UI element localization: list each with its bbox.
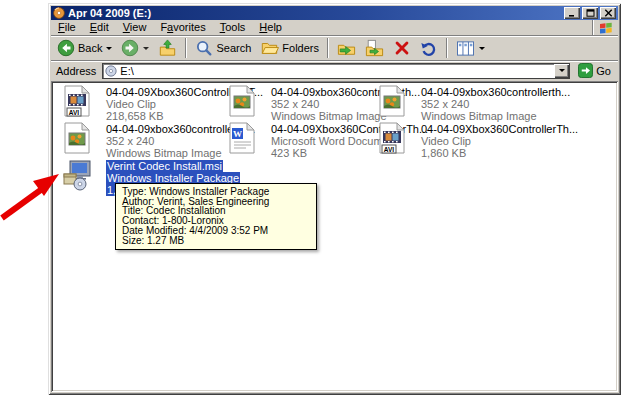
forward-icon [121, 39, 139, 57]
delete-button[interactable] [389, 37, 415, 59]
maximize-button[interactable] [582, 7, 598, 19]
copy-to-button[interactable] [361, 37, 388, 59]
msi-installer-icon [61, 159, 93, 191]
address-bar: Address Go [51, 60, 618, 80]
title-bar[interactable]: Apr 04 2009 (E:) [51, 6, 618, 20]
toolbar-separator [446, 38, 448, 58]
folders-icon [260, 39, 279, 57]
go-label: Go [596, 65, 611, 77]
up-folder-icon [158, 39, 177, 57]
file-tile[interactable]: AVI 04-04-09Xbox360ControllerKT... Video… [61, 85, 226, 122]
maximize-icon [586, 9, 595, 17]
copy-to-folder-icon [365, 39, 384, 57]
red-annotation-arrow [0, 168, 64, 222]
toolbar-separator [185, 38, 187, 58]
explorer-window: Apr 04 2009 (E:) File Edit View Favorite… [48, 3, 621, 395]
address-label: Address [54, 65, 98, 77]
go-button[interactable]: Go [574, 62, 615, 80]
minimize-button[interactable] [564, 7, 580, 19]
search-button[interactable]: Search [191, 37, 255, 59]
file-meta: Windows Bitmap Image [421, 110, 570, 122]
search-label: Search [216, 42, 251, 54]
forward-dropdown-icon[interactable] [143, 47, 149, 50]
menu-favorites[interactable]: Favorites [153, 20, 212, 35]
undo-icon [420, 39, 438, 57]
forward-button[interactable] [117, 37, 153, 59]
word-document-icon: W [226, 122, 258, 154]
file-tile[interactable]: W 04-04-09Xbox360ControllerTh... Microso… [226, 122, 376, 159]
file-meta: Video Clip [421, 135, 578, 147]
views-button[interactable] [452, 37, 489, 59]
back-icon [57, 39, 75, 57]
avi-file-icon: AVI [376, 122, 408, 154]
bitmap-file-icon [226, 85, 258, 117]
menu-tools[interactable]: Tools [213, 20, 253, 35]
file-info-tooltip: Type: Windows Installer Package Author: … [115, 183, 317, 250]
toolbar-separator [327, 38, 329, 58]
views-icon [456, 40, 475, 57]
svg-text:W: W [233, 129, 242, 139]
file-name: 04-04-09Xbox360ControllerTh... [421, 123, 578, 135]
menu-bar: File Edit View Favorites Tools Help [51, 20, 618, 35]
folders-button[interactable]: Folders [256, 37, 323, 59]
views-dropdown-icon[interactable] [479, 47, 485, 50]
move-to-folder-icon [337, 39, 356, 57]
chevron-down-icon [559, 69, 565, 72]
disc-icon [105, 65, 117, 77]
menu-help[interactable]: Help [252, 20, 289, 35]
address-input[interactable] [120, 64, 554, 77]
window-title: Apr 04 2009 (E:) [68, 7, 564, 19]
search-icon [195, 39, 213, 57]
back-button[interactable]: Back [53, 37, 116, 59]
drive-disc-icon [53, 7, 65, 19]
address-combobox[interactable] [102, 63, 570, 79]
up-button[interactable] [154, 37, 181, 59]
tooltip-line: Size: 1.27 MB [122, 236, 310, 246]
windows-logo [592, 20, 618, 35]
folders-label: Folders [282, 42, 319, 54]
file-tile[interactable]: 04-04-09xbox360controllerth... 352 x 240… [226, 85, 376, 122]
menu-edit[interactable]: Edit [83, 20, 116, 35]
file-meta: 352 x 240 [421, 98, 570, 110]
file-meta: 1,860 KB [421, 147, 578, 159]
undo-button[interactable] [416, 37, 442, 59]
menu-view[interactable]: View [116, 20, 154, 35]
menu-file[interactable]: File [51, 20, 83, 35]
bitmap-file-icon [61, 122, 93, 154]
close-icon [604, 9, 613, 17]
file-tile[interactable]: 04-04-09xbox360controllerth... 352 x 240… [376, 85, 618, 122]
standard-buttons-toolbar: Back Search [51, 35, 618, 60]
avi-file-icon: AVI [61, 85, 93, 117]
file-name: 04-04-09xbox360controllerth... [421, 86, 570, 98]
svg-text:AVI: AVI [69, 109, 80, 116]
file-tile[interactable]: 04-04-09xbox360controllerth... 352 x 240… [61, 122, 226, 159]
move-to-button[interactable] [333, 37, 360, 59]
close-button[interactable] [600, 7, 616, 19]
back-label: Back [78, 42, 102, 54]
file-list-view[interactable]: AVI 04-04-09Xbox360ControllerKT... Video… [51, 81, 618, 392]
minimize-icon [568, 9, 577, 17]
address-dropdown-button[interactable] [554, 64, 569, 78]
windows-flag-icon [599, 22, 613, 34]
back-dropdown-icon[interactable] [106, 47, 112, 50]
svg-text:AVI: AVI [384, 146, 395, 153]
delete-x-icon [393, 39, 411, 57]
go-arrow-icon [578, 63, 593, 78]
bitmap-file-icon [376, 85, 408, 117]
file-tile[interactable]: AVI 04-04-09Xbox360ControllerTh... Video… [376, 122, 618, 159]
file-name: Verint Codec Install.msi [106, 160, 240, 172]
